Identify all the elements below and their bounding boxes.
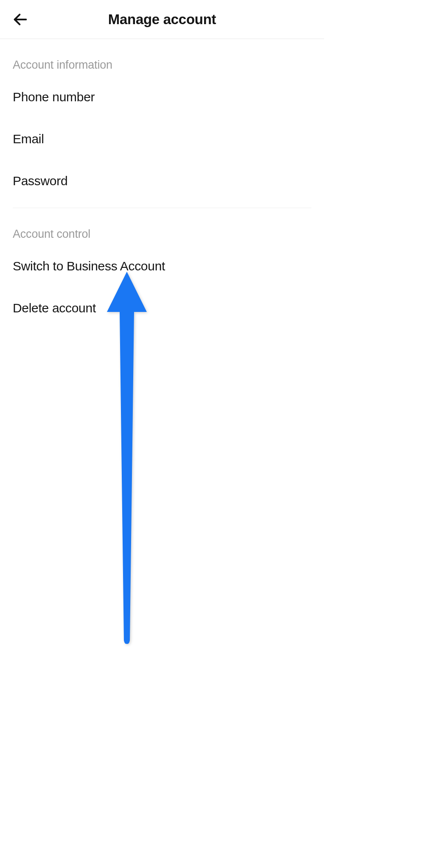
row-label-switch-business: Switch to Business Account xyxy=(13,259,165,273)
section-account-control: Account control Switch to Business Accou… xyxy=(0,208,324,329)
row-email[interactable]: Email xyxy=(13,118,311,160)
section-label-account-information: Account information xyxy=(13,39,311,76)
row-password[interactable]: Password xyxy=(13,160,311,202)
row-label-delete-account: Delete account xyxy=(13,301,96,315)
header-bar: Manage account xyxy=(0,0,324,39)
arrow-left-icon xyxy=(12,11,29,28)
section-account-information: Account information Phone number Email P… xyxy=(0,39,324,202)
back-button[interactable] xyxy=(11,10,30,29)
row-label-password: Password xyxy=(13,174,67,188)
row-delete-account[interactable]: Delete account xyxy=(13,287,311,329)
row-label-phone-number: Phone number xyxy=(13,90,95,104)
row-label-email: Email xyxy=(13,132,44,146)
row-switch-business[interactable]: Switch to Business Account xyxy=(13,245,311,287)
page-title: Manage account xyxy=(108,11,216,28)
section-label-account-control: Account control xyxy=(13,208,311,245)
row-phone-number[interactable]: Phone number xyxy=(13,76,311,118)
